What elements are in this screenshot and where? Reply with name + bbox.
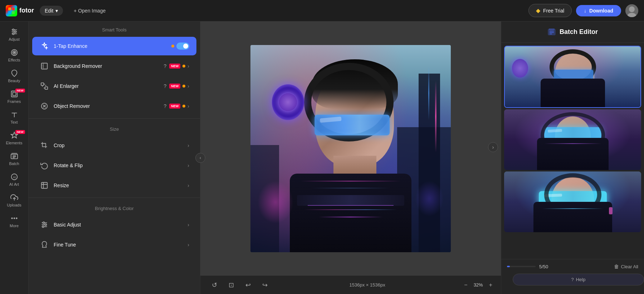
batch-label: Batch xyxy=(9,161,19,166)
bg-remover-new: NEW xyxy=(169,64,180,69)
sidebar-item-frames[interactable]: NEW Frames xyxy=(2,87,26,106)
tool-bg-remover[interactable]: Background Remover ? NEW › xyxy=(32,57,196,75)
tools-panel: Smart Tools 1-Tap Enhance xyxy=(29,21,200,294)
svg-rect-33 xyxy=(45,87,48,89)
tool-ai-enlarger-name: AI Enlarger xyxy=(54,83,160,89)
tool-1tap-dot xyxy=(171,45,174,48)
tool-rotate-name: Rotate & Flip xyxy=(54,163,183,168)
beauty-label: Beauty xyxy=(8,79,20,83)
tool-object-remover[interactable]: Object Remover ? NEW › xyxy=(32,97,196,115)
text-label: Text xyxy=(10,120,18,124)
tool-resize-name: Resize xyxy=(54,183,183,188)
tool-1tap-enhance[interactable]: 1-Tap Enhance xyxy=(32,37,196,55)
effects-label: Effects xyxy=(8,58,20,62)
ai-art-label: AI Art xyxy=(9,182,19,186)
zoom-controls: − 32% + xyxy=(464,282,492,288)
sidebar-item-ai-art[interactable]: AI AI Art xyxy=(2,170,26,189)
tool-1tap-badges xyxy=(171,43,189,50)
frames-label: Frames xyxy=(8,99,21,104)
svg-rect-31 xyxy=(42,63,48,69)
uploads-label: Uploads xyxy=(7,203,21,207)
enhance-icon xyxy=(39,41,49,51)
undo-button[interactable]: ↩ xyxy=(243,280,254,290)
sidebar-item-adjust[interactable]: Adjust xyxy=(2,25,26,44)
thumbnail-3[interactable] xyxy=(504,171,641,232)
tool-ai-enlarger-badges: ? NEW › xyxy=(164,83,189,89)
open-image-button[interactable]: + Open Image xyxy=(69,6,111,16)
svg-point-29 xyxy=(14,218,15,219)
flip-button[interactable]: ⊡ xyxy=(226,280,237,290)
ai-enlarger-arrow: › xyxy=(187,83,189,89)
open-image-label: + Open Image xyxy=(74,8,106,14)
tool-resize[interactable]: Resize › xyxy=(32,176,196,195)
trash-icon: 🗑 xyxy=(614,264,619,269)
batch-editor-title: Batch Editor xyxy=(560,28,598,36)
svg-point-10 xyxy=(12,29,14,31)
collapse-panel-button[interactable]: ‹ xyxy=(195,153,205,163)
thumbnail-2[interactable] xyxy=(504,109,641,170)
tool-basic-adjust[interactable]: Basic Adjust › xyxy=(32,215,196,234)
tool-bg-remover-name: Background Remover xyxy=(54,63,160,69)
icon-sidebar: Adjust Effects Beauty NEW Frames xyxy=(0,21,29,294)
svg-rect-45 xyxy=(549,29,555,30)
svg-rect-32 xyxy=(41,83,44,85)
help-label: Help xyxy=(576,277,586,282)
thumbnails-list xyxy=(501,43,644,259)
svg-rect-0 xyxy=(8,8,11,10)
topbar-left: fotor Edit ▾ + Open Image xyxy=(6,5,111,16)
bg-remover-dot xyxy=(182,65,185,68)
basic-adjust-icon xyxy=(39,220,49,230)
enhance-toggle[interactable] xyxy=(176,43,189,50)
more-label: More xyxy=(10,224,19,228)
tool-bg-remover-badges: ? NEW › xyxy=(164,63,189,69)
fine-tune-arrow: › xyxy=(187,242,189,248)
tool-crop[interactable]: Crop › xyxy=(32,136,196,155)
zoom-level: 32% xyxy=(471,282,486,288)
tool-ai-enlarger[interactable]: AI Enlarger ? NEW › xyxy=(32,77,196,95)
ai-enlarger-new: NEW xyxy=(169,84,180,89)
thumbnail-1[interactable] xyxy=(504,46,641,108)
brightness-title: Brightness & Color xyxy=(29,200,200,215)
sidebar-item-beauty[interactable]: Beauty xyxy=(2,66,26,86)
bottom-left-controls: ↺ ⊡ ↩ ↪ xyxy=(209,280,270,290)
tool-rotate-flip[interactable]: Rotate & Flip › xyxy=(32,156,196,175)
tools-panel-wrapper: Smart Tools 1-Tap Enhance xyxy=(29,21,200,294)
svg-text:AI: AI xyxy=(13,176,16,179)
bg-remover-icon xyxy=(39,61,49,71)
help-button[interactable]: ? Help xyxy=(513,274,644,285)
expand-thumbnails-button[interactable]: › xyxy=(488,142,498,152)
sidebar-item-effects[interactable]: Effects xyxy=(2,46,26,65)
edit-button[interactable]: Edit ▾ xyxy=(40,6,63,16)
tool-fine-tune[interactable]: Fine Tune › xyxy=(32,235,196,254)
download-button[interactable]: ↓ Download xyxy=(576,5,621,16)
object-remover-arrow: › xyxy=(187,103,189,109)
image-info: 1536px × 1536px xyxy=(350,282,385,288)
elements-new-badge: NEW xyxy=(15,130,25,134)
sidebar-item-uploads[interactable]: Uploads xyxy=(2,191,26,210)
sidebar-item-more[interactable]: More xyxy=(2,211,26,231)
free-trial-button[interactable]: ◆ Free Trial xyxy=(528,4,572,17)
count-text: 5/50 xyxy=(539,264,548,269)
logo-icon xyxy=(6,5,17,16)
zoom-out-button[interactable]: − xyxy=(464,282,467,288)
sidebar-item-elements[interactable]: NEW Elements xyxy=(2,129,26,148)
frames-new-badge: NEW xyxy=(15,89,25,93)
svg-point-15 xyxy=(14,52,15,53)
progress-fill xyxy=(507,266,510,267)
rotate-icon xyxy=(39,160,49,170)
clear-all-button[interactable]: 🗑 Clear All xyxy=(614,264,638,269)
resize-arrow: › xyxy=(187,183,189,188)
fine-tune-icon xyxy=(39,240,49,250)
undo-rotate-button[interactable]: ↺ xyxy=(209,280,220,290)
sidebar-item-batch[interactable]: Batch xyxy=(2,149,26,169)
help-section: ? Help xyxy=(501,274,644,294)
redo-button[interactable]: ↪ xyxy=(259,280,270,290)
crop-icon xyxy=(39,140,49,150)
avatar[interactable] xyxy=(625,4,638,17)
logo-text: fotor xyxy=(19,7,34,14)
bg-remover-arrow: › xyxy=(187,63,189,69)
download-icon: ↓ xyxy=(584,8,586,14)
tool-fine-tune-name: Fine Tune xyxy=(54,242,183,248)
zoom-in-button[interactable]: + xyxy=(489,282,492,288)
sidebar-item-text[interactable]: Text xyxy=(2,108,26,127)
